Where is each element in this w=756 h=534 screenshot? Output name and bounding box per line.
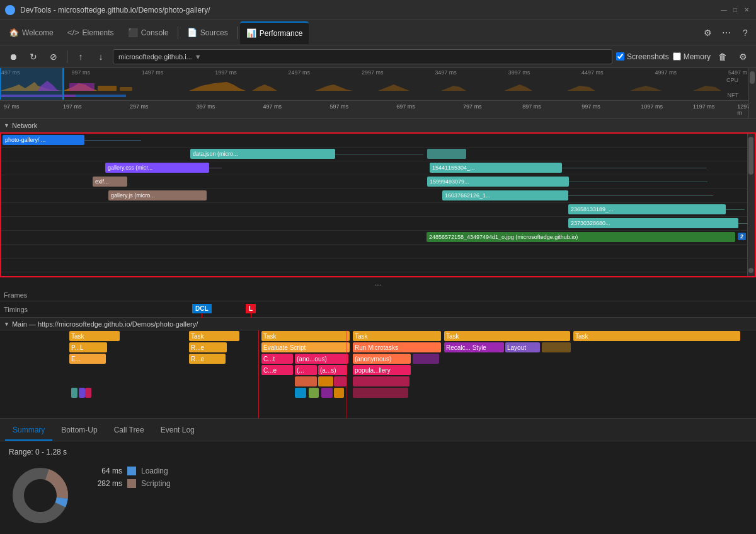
dcl-badge: DCL: [192, 304, 212, 313]
flame-pl[interactable]: P...L: [69, 342, 107, 352]
reload-button[interactable]: ↻: [25, 49, 42, 65]
network-bar-exif[interactable]: exif...: [93, 177, 127, 187]
timeline-scrollbar[interactable]: [748, 68, 756, 118]
task-block-1[interactable]: Task: [69, 331, 120, 341]
flame-l4-1[interactable]: [295, 376, 317, 386]
welcome-icon: 🏠: [9, 28, 19, 37]
tab-event-log[interactable]: Event Log: [153, 421, 202, 441]
toolbar: ⏺ ↻ ⊘ ↑ ↓ microsoftedge.github.i... ▼ Sc…: [0, 45, 756, 68]
flame-l5-6[interactable]: [71, 388, 77, 398]
nav-tabs: 🏠 Welcome </> Elements ⬛ Console 📄 Sourc…: [0, 20, 756, 45]
network-section-header[interactable]: ▼ Network: [0, 119, 756, 132]
nav-more-controls: ⚙ ⋯ ?: [699, 25, 753, 41]
flame-anous[interactable]: (ano...ous): [295, 354, 348, 364]
record-button[interactable]: ⏺: [5, 49, 21, 65]
panel-area: ▼ Network photo-gallery/ ... data.json (…: [0, 119, 756, 534]
network-bar-img1[interactable]: 15441155304_...: [430, 163, 562, 173]
task-block-2[interactable]: Task: [189, 331, 239, 341]
flame-l5-2[interactable]: [309, 388, 319, 398]
tab-elements[interactable]: </> Elements: [61, 21, 120, 44]
flame-evaluate-script[interactable]: Evaluate Script: [261, 342, 350, 352]
svg-marker-6: [189, 82, 246, 91]
network-bar-photo-gallery[interactable]: photo-gallery/ ...: [3, 135, 84, 145]
close-button[interactable]: ✕: [742, 6, 751, 15]
flame-anonymous[interactable]: (anonymous): [353, 354, 411, 364]
main-section: ▼ Main — https://microsoftedge.github.io…: [0, 318, 756, 419]
window-controls[interactable]: — □ ✕: [719, 6, 751, 15]
svg-marker-9: [378, 84, 410, 91]
network-lane-9: [1, 245, 755, 258]
network-bar-img2[interactable]: 15999493079...: [427, 177, 569, 187]
tab-welcome[interactable]: 🏠 Welcome: [3, 21, 60, 44]
title-bar: DevTools - microsoftedge.github.io/Demos…: [0, 0, 756, 20]
network-lane-8: 24856572158_43497494d1_o.jpg (microsofte…: [1, 231, 755, 245]
upload-button[interactable]: ↑: [72, 49, 89, 65]
performance-icon: 📊: [246, 28, 256, 38]
url-dropdown-icon[interactable]: ▼: [195, 53, 202, 61]
flame-l5-8[interactable]: [85, 388, 91, 398]
load-badge: L: [246, 304, 256, 313]
flame-ct[interactable]: C...t: [261, 354, 293, 364]
task-block-6[interactable]: Task: [573, 331, 740, 341]
settings-tab-button[interactable]: ⚙: [699, 25, 716, 41]
minimize-button[interactable]: —: [719, 6, 728, 15]
task-block-3[interactable]: Task: [261, 331, 350, 341]
more-tabs-button[interactable]: ⋯: [718, 25, 735, 41]
elements-icon: </>: [67, 28, 79, 37]
flame-layout[interactable]: Layout: [505, 342, 540, 352]
network-lane-3: gallery.css (micr... 15441155304_...: [1, 161, 755, 175]
flame-recalc-style[interactable]: Recalc... Style: [444, 342, 504, 352]
flame-re[interactable]: R...e: [189, 342, 227, 352]
performance-settings-button[interactable]: ⚙: [735, 49, 751, 65]
flame-as[interactable]: (a...s): [318, 365, 347, 375]
flame-ce[interactable]: C...e: [261, 365, 293, 375]
download-button[interactable]: ↓: [93, 49, 109, 65]
delete-recording-button[interactable]: 🗑: [714, 49, 731, 65]
network-bar-data-json[interactable]: data.json (micro...: [190, 149, 335, 159]
flame-paren[interactable]: (...: [295, 365, 317, 375]
flame-l4-4[interactable]: [353, 376, 410, 386]
maximize-button[interactable]: □: [731, 6, 740, 15]
network-bar-img3[interactable]: 16037662126_1...: [442, 190, 568, 200]
flame-l5-7[interactable]: [79, 388, 85, 398]
flame-re2[interactable]: R...e: [189, 354, 226, 364]
ruler-tick-1197: 1197 ms: [693, 103, 715, 110]
tab-summary[interactable]: Summary: [5, 421, 52, 441]
tab-console[interactable]: ⬛ Console: [122, 21, 175, 44]
network-bar-large-img[interactable]: 24856572158_43497494d1_o.jpg (microsofte…: [427, 232, 735, 242]
screenshots-checkbox[interactable]: [616, 52, 624, 61]
flame-e[interactable]: E...: [69, 354, 106, 364]
network-bar-img4[interactable]: 23658133189_...: [568, 204, 726, 214]
flame-l4-3[interactable]: [334, 376, 346, 386]
network-bar-data-json-2[interactable]: [427, 149, 466, 159]
svg-rect-5: [120, 87, 132, 91]
tab-call-tree[interactable]: Call Tree: [106, 421, 152, 441]
ruler-tick-1097: 1097 ms: [641, 103, 663, 110]
flame-l5-1[interactable]: [295, 388, 306, 398]
legend-loading: 64 ms Loading: [91, 467, 171, 475]
tab-performance[interactable]: 📊 Performance: [240, 21, 309, 44]
network-collapse-arrow: ▼: [4, 122, 9, 129]
flame-l5-5[interactable]: [353, 388, 408, 398]
flame-l5-3[interactable]: [321, 388, 333, 398]
loading-label: Loading: [141, 467, 168, 475]
task-block-5[interactable]: Task: [444, 331, 570, 341]
memory-checkbox[interactable]: [673, 52, 681, 61]
clear-button[interactable]: ⊘: [45, 49, 62, 65]
flame-l4-2[interactable]: [318, 376, 333, 386]
network-bar-gallery-js[interactable]: gallery.js (micro...: [108, 190, 207, 200]
network-bar-gallery-css[interactable]: gallery.css (micr...: [105, 163, 209, 173]
tab-sources[interactable]: 📄 Sources: [181, 21, 234, 44]
svg-marker-10: [441, 86, 466, 91]
flame-run-microtasks[interactable]: Run Microtasks: [353, 342, 441, 352]
flame-l5-4[interactable]: [334, 388, 344, 398]
tab-bottom-up[interactable]: Bottom-Up: [54, 421, 105, 441]
help-button[interactable]: ?: [737, 25, 753, 41]
loading-value: 64 ms: [91, 467, 122, 475]
scripting-color-swatch: [127, 479, 136, 488]
network-bar-img5[interactable]: 23730328680...: [568, 218, 738, 228]
flame-popula[interactable]: popula...llery: [353, 365, 411, 375]
task-block-4[interactable]: Task: [353, 331, 441, 341]
network-lane-5: gallery.js (micro... 16037662126_1...: [1, 189, 755, 203]
network-scrollbar[interactable]: [747, 134, 755, 276]
